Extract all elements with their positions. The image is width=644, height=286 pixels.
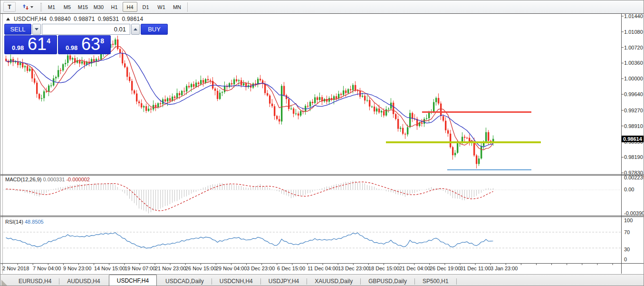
rsi-axis-label: 30 xyxy=(624,247,630,252)
ohlc-open: 0.98840 xyxy=(49,16,71,22)
time-axis-label: 11 Dec 04:00 xyxy=(308,266,338,271)
sell-price-point: 4 xyxy=(47,37,50,45)
time-axis-label: 7 Nov 04:00 xyxy=(33,266,61,271)
panel-divider xyxy=(0,13,644,14)
time-axis-label: 19 Nov 07:00 xyxy=(125,266,155,271)
timeframe-button-h4[interactable]: H4 xyxy=(123,2,137,12)
tab-usdchf-h4[interactable]: USDCHF,H4 xyxy=(109,275,157,286)
tab-sp500-h1[interactable]: SP500,H1 xyxy=(415,276,456,286)
rsi-axis-label: 100 xyxy=(624,217,633,223)
rsi-name: RSI(14) xyxy=(5,219,23,225)
macd-label: MACD(12,26,9) 0.000331 -0.000002 xyxy=(5,177,90,182)
buy-price-prefix: 0.98 xyxy=(66,44,77,51)
ohlc-high: 0.98871 xyxy=(74,16,95,22)
rsi-label: RSI(14) 48.8505 xyxy=(5,219,44,225)
trading-terminal-window: T M1 M5 M15 M30 H1 H4 D1 W1 MN USDCHF,H4… xyxy=(0,0,644,286)
current-price-box: 0.98614 xyxy=(622,136,644,142)
sell-price-prefix: 0.98 xyxy=(12,44,24,51)
timeframe-button-mn[interactable]: MN xyxy=(170,2,184,12)
timeframe-button-w1[interactable]: W1 xyxy=(154,2,169,12)
time-axis-label: 13 Dec 23:00 xyxy=(338,266,369,271)
time-axis-label: 26 Dec 19:00 xyxy=(430,266,461,271)
tab-eurusd-h4[interactable]: EURUSD,H4 xyxy=(11,276,59,286)
price-axis-label: 1.01080 xyxy=(624,29,643,35)
chart-header: USDCHF,H4 0.98840 0.98871 0.98531 0.9861… xyxy=(6,16,143,22)
spin-up-icon xyxy=(134,28,137,30)
toolbar: T M1 M5 M15 M30 H1 H4 D1 W1 MN xyxy=(0,0,644,14)
tab-xauusd-daily[interactable]: XAUUSD,Daily xyxy=(307,276,360,286)
window-left-frame xyxy=(2,14,3,274)
rsi-value: 48.8505 xyxy=(25,219,44,225)
price-axis-label: 1.00360 xyxy=(624,60,643,66)
price-axis-label: 0.98190 xyxy=(624,154,643,160)
timeframe-button-d1[interactable]: D1 xyxy=(138,2,153,12)
macd-main-value: 0.000331 xyxy=(43,177,65,182)
time-axis-label: 6 Dec 15:00 xyxy=(277,266,305,271)
symbol-marker-icon xyxy=(6,18,10,20)
arrange-arrows-button[interactable] xyxy=(20,2,36,12)
rsi-axis-label: 70 xyxy=(624,229,630,235)
buy-price-point: 8 xyxy=(100,37,104,45)
time-axis-label: 29 Nov 04:00 xyxy=(216,266,247,271)
text-tool-button[interactable]: T xyxy=(3,2,16,12)
time-axis-label: 31 Dec 11:00 xyxy=(460,266,491,271)
panel-divider[interactable] xyxy=(0,174,644,175)
time-axis-label: 2 Nov 2018 xyxy=(2,266,29,271)
time-axis-label: 18 Dec 15:00 xyxy=(368,266,399,271)
macd-name: MACD(12,26,9) xyxy=(5,177,41,182)
price-axis-label: 1.00000 xyxy=(624,76,643,81)
buy-price-pips: 63 xyxy=(81,34,100,54)
price-axis-label: 1.00720 xyxy=(624,45,643,50)
price-axis-label: 1.01440 xyxy=(624,13,643,19)
sell-button[interactable]: SELL xyxy=(4,24,31,35)
tab-audusd-h4[interactable]: AUDUSD,H4 xyxy=(59,276,107,286)
lot-size-input[interactable] xyxy=(42,24,130,35)
chevron-down-icon xyxy=(30,6,33,8)
time-axis-label: 21 Dec 04:00 xyxy=(399,266,430,271)
rsi-axis-label: 0 xyxy=(624,256,627,262)
sell-quote-box[interactable]: 0.98 61 4 xyxy=(4,35,57,54)
timeframe-button-m1[interactable]: M1 xyxy=(44,2,59,12)
time-axis-label: 3 Dec 23:00 xyxy=(247,266,275,271)
spin-down-icon xyxy=(35,28,38,30)
lot-increase-button[interactable] xyxy=(131,24,140,35)
symbol-title: USDCHF,H4 xyxy=(14,16,47,22)
buy-quote-box[interactable]: 0.98 63 8 xyxy=(58,35,111,54)
panel-divider xyxy=(0,217,644,217)
sell-price-pips: 61 xyxy=(28,34,47,54)
buy-button[interactable]: BUY xyxy=(141,24,168,35)
lot-decrease-button[interactable] xyxy=(32,24,41,35)
timeframe-button-m15[interactable]: M15 xyxy=(76,2,90,12)
ohlc-close: 0.98614 xyxy=(122,16,144,22)
panel-divider[interactable] xyxy=(0,216,644,216)
panel-divider xyxy=(0,175,644,176)
timeframe-button-m5[interactable]: M5 xyxy=(60,2,75,12)
tab-usdjpy-h4[interactable]: USDJPY,H4 xyxy=(261,276,307,286)
ohlc-low: 0.98531 xyxy=(98,16,119,22)
panel-divider xyxy=(0,263,644,264)
macd-signal-value: -0.000002 xyxy=(66,177,90,182)
tab-gbpusd-daily[interactable]: GBPUSD,Daily xyxy=(361,276,414,286)
macd-axis-label: 0.00 xyxy=(624,187,634,192)
tab-separator xyxy=(456,278,457,285)
timeframe-button-h1[interactable]: H1 xyxy=(107,2,122,12)
arrows-icon xyxy=(23,4,29,10)
tab-corner-icon xyxy=(1,280,8,286)
tab-usdcnh-h4[interactable]: USDCNH,H4 xyxy=(212,276,260,286)
price-axis-label: 0.99640 xyxy=(624,91,643,97)
price-axis-label: 0.98910 xyxy=(624,123,643,129)
time-axis-label: 26 Nov 15:00 xyxy=(185,266,216,271)
toolbar-separator xyxy=(187,2,188,12)
time-axis-label: 21 Nov 23:00 xyxy=(155,266,186,271)
time-axis-label: 9 Nov 23:00 xyxy=(63,266,91,271)
price-axis-label: 0.99270 xyxy=(624,108,643,113)
one-click-trading-panel: SELL BUY 0.98 61 4 0.98 63 8 xyxy=(4,24,111,54)
tab-usdcad-daily[interactable]: USDCAD,Daily xyxy=(158,276,211,286)
chart-tab-bar: EURUSD,H4 AUDUSD,H4 USDCHF,H4 USDCAD,Dai… xyxy=(0,274,644,286)
time-axis-label: 3 Jan 23:00 xyxy=(490,266,518,271)
time-axis-label: 14 Nov 15:00 xyxy=(94,266,125,271)
toolbar-grip xyxy=(40,3,42,11)
timeframe-button-m30[interactable]: M30 xyxy=(91,2,106,12)
